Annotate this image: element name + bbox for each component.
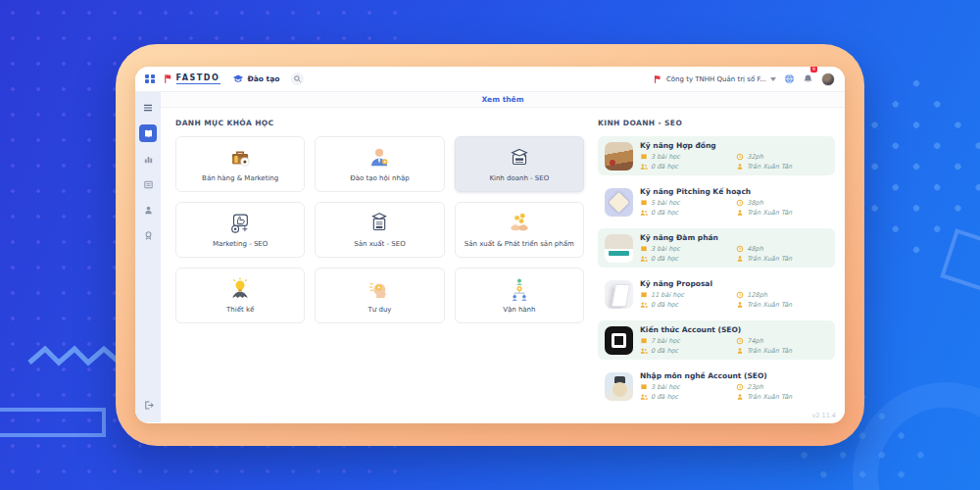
apps-grid-icon[interactable] bbox=[145, 74, 155, 84]
chevron-down-icon bbox=[770, 77, 776, 81]
course-title: Kỹ năng Proposal bbox=[640, 279, 828, 288]
clock-icon bbox=[736, 383, 744, 391]
category-card-san-xuat-seo[interactable]: Sản xuất - SEO bbox=[315, 202, 444, 258]
course-title: Kỹ năng Đàm phán bbox=[640, 233, 828, 242]
category-panel-title: DANH MỤC KHÓA HỌC bbox=[175, 119, 584, 127]
book-icon bbox=[640, 199, 648, 207]
category-label: Vận hành bbox=[503, 306, 535, 315]
notifications-button[interactable]: 9 bbox=[803, 70, 813, 88]
submenu-bar: Xem thêm bbox=[161, 92, 845, 108]
course-row[interactable]: Kiến thức Account (SEO) 7 bài học 74ph 0… bbox=[598, 320, 835, 360]
course-row[interactable]: Kỹ năng Proposal 11 bài học 128ph 0 đã h… bbox=[598, 274, 835, 314]
rectangle-outline-decoration bbox=[0, 408, 106, 437]
search-button[interactable] bbox=[291, 73, 304, 85]
box-list-icon bbox=[143, 179, 154, 190]
category-panel: DANH MỤC KHÓA HỌC Bán hàng & Marketing Đ… bbox=[161, 108, 596, 422]
medal-icon bbox=[143, 230, 154, 241]
category-label: Sản xuất - SEO bbox=[354, 240, 405, 249]
course-row[interactable]: Kỹ năng Hợp đồng 3 bài học 32ph 0 đã học… bbox=[598, 136, 835, 175]
category-card-ban-hang-marketing[interactable]: Bán hàng & Marketing bbox=[175, 136, 305, 192]
course-thumbnail bbox=[605, 188, 633, 217]
flag-icon bbox=[653, 74, 662, 84]
main-content: Xem thêm DANH MỤC KHÓA HỌC Bán hàng & Ma… bbox=[161, 92, 845, 422]
user-icon bbox=[736, 393, 744, 401]
category-grid: Bán hàng & Marketing Đào tạo hội nhập Ki… bbox=[175, 136, 584, 323]
course-row[interactable]: Kỹ năng Đàm phán 3 bài học 48ph 0 đã học… bbox=[598, 228, 835, 268]
notification-badge: 9 bbox=[810, 67, 817, 73]
category-card-van-hanh[interactable]: Vận hành bbox=[455, 268, 584, 323]
chart-icon bbox=[143, 154, 154, 165]
category-label: Thiết kế bbox=[226, 306, 254, 315]
module-tab-label: Đào tạo bbox=[248, 74, 280, 83]
course-title: Kỹ năng Hợp đồng bbox=[640, 141, 828, 150]
users-icon bbox=[640, 301, 648, 309]
clock-icon bbox=[736, 291, 744, 299]
sidebar-item-dashboard[interactable] bbox=[139, 150, 157, 168]
logout-button[interactable] bbox=[143, 396, 154, 415]
category-card-kinh-doanh-seo[interactable]: Kinh doanh - SEO bbox=[455, 136, 584, 192]
sidebar-item-list[interactable] bbox=[139, 175, 157, 193]
book-icon bbox=[640, 291, 648, 299]
hands-coins-icon bbox=[507, 211, 532, 236]
clock-icon bbox=[736, 245, 744, 253]
see-more-link[interactable]: Xem thêm bbox=[482, 95, 524, 104]
circle-decoration bbox=[853, 382, 980, 490]
learned-count: 0 đã học bbox=[640, 301, 736, 309]
course-duration: 48ph bbox=[736, 245, 828, 253]
category-label: Đào tạo hội nhập bbox=[350, 174, 409, 183]
course-row[interactable]: Kỹ năng Pitching Kế hoạch 5 bài học 38ph… bbox=[598, 182, 835, 221]
learned-count: 0 đã học bbox=[640, 255, 736, 263]
category-card-thiet-ke[interactable]: Thiết kế bbox=[175, 268, 305, 323]
category-label: Bán hàng & Marketing bbox=[202, 174, 278, 183]
category-card-marketing-seo[interactable]: Marketing - SEO bbox=[175, 202, 305, 258]
instructor-name: Trần Xuân Tân bbox=[736, 163, 828, 171]
instructor-name: Trần Xuân Tân bbox=[736, 209, 828, 217]
users-icon bbox=[640, 255, 648, 263]
briefcase-icon bbox=[227, 145, 253, 171]
hamburger-icon bbox=[142, 102, 154, 114]
category-label: Tư duy bbox=[368, 306, 392, 315]
graduation-cap-icon bbox=[232, 74, 244, 85]
org-chart-icon bbox=[507, 276, 532, 302]
user-avatar[interactable] bbox=[821, 73, 835, 86]
book-icon bbox=[640, 153, 648, 161]
course-duration: 38ph bbox=[736, 199, 828, 207]
sidebar-item-certificates[interactable] bbox=[139, 226, 157, 244]
course-duration: 23ph bbox=[736, 383, 828, 391]
category-label: Marketing - SEO bbox=[213, 240, 268, 249]
learned-count: 0 đã học bbox=[640, 163, 736, 171]
course-thumbnail bbox=[605, 142, 633, 171]
category-card-san-xuat-phat-trien[interactable]: Sản xuất & Phát triển sản phẩm bbox=[455, 202, 584, 258]
app-window: FASTDO Đào tạo Công ty TNHH Quản trị số … bbox=[135, 67, 845, 423]
sidebar-item-profile[interactable] bbox=[139, 201, 157, 219]
category-label: Kinh doanh - SEO bbox=[489, 174, 549, 183]
course-panel-title: KINH DOANH - SEO bbox=[598, 119, 835, 127]
user-icon bbox=[736, 347, 744, 355]
book-icon bbox=[640, 383, 648, 391]
instructor-name: Trần Xuân Tân bbox=[736, 255, 828, 263]
head-gear-icon bbox=[367, 276, 392, 302]
instructor-name: Trần Xuân Tân bbox=[736, 301, 828, 309]
search-icon bbox=[293, 74, 302, 83]
course-thumbnail bbox=[605, 326, 633, 355]
fastdo-logo[interactable]: FASTDO bbox=[163, 74, 220, 84]
production-box-icon bbox=[367, 211, 392, 236]
lightbulb-hands-icon bbox=[227, 276, 253, 302]
sidebar-item-courses[interactable] bbox=[139, 124, 157, 142]
category-card-dao-tao-hoi-nhap[interactable]: Đào tạo hội nhập bbox=[315, 136, 444, 192]
tab-dao-tao[interactable]: Đào tạo bbox=[228, 72, 284, 87]
category-card-tu-duy[interactable]: Tư duy bbox=[315, 268, 444, 323]
topbar: FASTDO Đào tạo Công ty TNHH Quản trị số … bbox=[135, 67, 845, 92]
course-row[interactable]: Nhập môn nghề Account (SEO) 3 bài học 23… bbox=[598, 367, 835, 406]
globe-icon[interactable] bbox=[784, 74, 795, 84]
user-icon bbox=[736, 255, 744, 263]
instructor-name: Trần Xuân Tân bbox=[736, 393, 828, 401]
onboarding-person-icon bbox=[367, 145, 392, 171]
company-selector[interactable]: Công ty TNHH Quản trị số F... bbox=[653, 74, 776, 84]
company-name: Công ty TNHH Quản trị số F... bbox=[666, 75, 766, 83]
users-icon bbox=[640, 347, 648, 355]
zigzag-decoration bbox=[27, 341, 122, 372]
lesson-count: 3 bài học bbox=[640, 383, 736, 391]
menu-toggle[interactable] bbox=[139, 99, 157, 117]
lesson-count: 5 bài học bbox=[640, 199, 736, 207]
